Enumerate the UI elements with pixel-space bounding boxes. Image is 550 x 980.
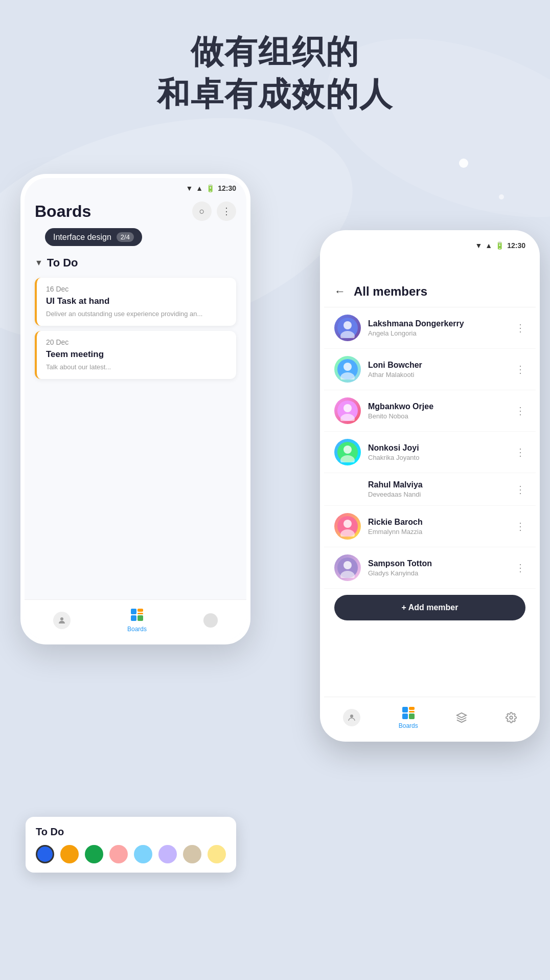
phone-back: ▼ ▲ 🔋 12:30 Boards ○ ⋮ Interface design … (20, 174, 250, 644)
time-phone1: 12:30 (218, 184, 236, 192)
member-sub-1: Angela Longoria (368, 329, 508, 337)
member-name-6: Rickie Baroch (368, 518, 508, 527)
member-row-5[interactable]: Rahul Malviya Deveedaas Nandi ⋮ (324, 473, 536, 506)
interface-design-tag[interactable]: Interface design 2/4 (45, 228, 142, 246)
member-name-3: Mgbankwo Orjee (368, 402, 508, 411)
phone-front-inner: ▼ ▲ 🔋 12:30 ← All members (324, 234, 536, 738)
battery-icon-p2: 🔋 (495, 241, 504, 250)
boards-nav-icon (130, 608, 144, 623)
boards-header: Boards ○ ⋮ (25, 196, 246, 225)
back-button[interactable]: ← (334, 285, 346, 298)
color-yellow[interactable] (208, 845, 226, 863)
todo-label: To Do (47, 256, 78, 270)
member-sub-7: Gladys Kanyinda (368, 569, 508, 577)
signal-icon: ▲ (196, 184, 203, 192)
layers-icon (456, 712, 467, 723)
svg-point-13 (343, 404, 352, 412)
svg-point-22 (343, 561, 352, 569)
svg-point-7 (343, 321, 352, 329)
svg-rect-2 (138, 609, 143, 612)
nav-p2-gear[interactable] (506, 712, 517, 723)
deco-dot-1 (459, 159, 468, 168)
member-row-4[interactable]: Nonkosi Joyi Chakrika Joyanto ⋮ (324, 432, 536, 473)
more-button[interactable]: ⋮ (217, 202, 236, 221)
color-green[interactable] (85, 845, 103, 863)
more-btn-1[interactable]: ⋮ (515, 322, 525, 334)
more-btn-2[interactable]: ⋮ (515, 363, 525, 375)
task-title-1: UI Task at hand (46, 296, 229, 306)
member-row-2[interactable]: Loni Bowcher Athar Malakooti ⋮ (324, 349, 536, 390)
task-card-1[interactable]: 16 Dec UI Task at hand Deliver an outsta… (35, 278, 236, 326)
color-picker-overlay[interactable]: To Do (26, 817, 236, 873)
member-sub-2: Athar Malakooti (368, 371, 508, 378)
wifi-icon: ▼ (186, 184, 193, 192)
svg-rect-25 (402, 707, 408, 712)
member-row-1[interactable]: Lakshmana Dongerkerry Angela Longoria ⋮ (324, 307, 536, 349)
phone-back-inner: ▼ ▲ 🔋 12:30 Boards ○ ⋮ Interface design … (25, 178, 246, 640)
more-btn-7[interactable]: ⋮ (515, 562, 525, 574)
time-phone2: 12:30 (507, 241, 525, 250)
color-lightblue[interactable] (134, 845, 152, 863)
svg-point-16 (343, 446, 352, 454)
svg-rect-3 (138, 613, 143, 614)
battery-icon: 🔋 (206, 184, 215, 192)
member-name-7: Sampson Totton (368, 559, 508, 568)
member-sub-4: Chakrika Joyanto (368, 454, 508, 461)
svg-rect-26 (409, 707, 415, 710)
member-name-2: Loni Bowcher (368, 361, 508, 370)
nav-p2-boards[interactable]: Boards (399, 706, 418, 729)
svg-point-30 (510, 716, 513, 719)
member-info-7: Sampson Totton Gladys Kanyinda (368, 559, 508, 577)
svg-rect-5 (138, 615, 143, 621)
svg-rect-4 (131, 615, 136, 621)
boards-label-p2: Boards (399, 722, 418, 729)
more-btn-3[interactable]: ⋮ (515, 405, 525, 417)
svg-rect-29 (409, 714, 415, 719)
avatar-6 (334, 513, 361, 540)
color-tan[interactable] (183, 845, 201, 863)
member-sub-5: Deveedaas Nandi (368, 491, 508, 498)
task-date-1: 16 Dec (46, 285, 229, 293)
color-blue[interactable] (36, 845, 54, 863)
bottom-nav-phone1: Boards (25, 599, 246, 640)
member-row-3[interactable]: Mgbankwo Orjee Benito Noboa ⋮ (324, 390, 536, 432)
color-orange[interactable] (60, 845, 79, 863)
nav-item-extra[interactable] (203, 613, 218, 628)
svg-point-10 (343, 363, 352, 371)
avatar-7 (334, 554, 361, 581)
nav-p2-person[interactable] (343, 709, 360, 726)
color-pink[interactable] (109, 845, 128, 863)
bottom-nav-phone2: Boards (324, 697, 536, 738)
todo-header: ▼ To Do (35, 256, 236, 270)
tag-count: 2/4 (117, 232, 134, 242)
members-list: Lakshmana Dongerkerry Angela Longoria ⋮ … (324, 307, 536, 589)
nav-item-boards[interactable]: Boards (127, 608, 147, 633)
more-btn-5[interactable]: ⋮ (515, 483, 525, 496)
todo-section: ▼ To Do (25, 249, 246, 273)
svg-rect-28 (402, 714, 408, 719)
search-button[interactable]: ○ (192, 202, 212, 221)
member-row-6[interactable]: Rickie Baroch Emmalynn Mazzia ⋮ (324, 506, 536, 547)
status-bar-phone1: ▼ ▲ 🔋 12:30 (25, 178, 246, 196)
task-date-2: 20 Dec (46, 338, 229, 346)
nav-p2-layers[interactable] (456, 712, 467, 723)
task-card-2[interactable]: 20 Dec Teem meeting Talk about our lates… (35, 331, 236, 379)
svg-rect-1 (131, 609, 136, 614)
person-icon (53, 612, 71, 629)
boards-icon-p2 (401, 706, 416, 720)
member-info-1: Lakshmana Dongerkerry Angela Longoria (368, 319, 508, 337)
member-row-7[interactable]: Sampson Totton Gladys Kanyinda ⋮ (324, 547, 536, 589)
person-icon-p2 (343, 709, 360, 726)
avatar-3 (334, 397, 361, 424)
chevron-icon: ▼ (35, 258, 43, 268)
add-member-button[interactable]: + Add member (334, 595, 525, 620)
more-btn-4[interactable]: ⋮ (515, 446, 525, 458)
headline: 做有组织的 和卓有成效的人 (0, 31, 550, 116)
members-title: All members (354, 284, 427, 299)
color-purple[interactable] (158, 845, 177, 863)
member-sub-3: Benito Noboa (368, 412, 508, 420)
member-info-3: Mgbankwo Orjee Benito Noboa (368, 402, 508, 420)
member-info-6: Rickie Baroch Emmalynn Mazzia (368, 518, 508, 536)
nav-item-person[interactable] (53, 612, 71, 629)
more-btn-6[interactable]: ⋮ (515, 520, 525, 532)
